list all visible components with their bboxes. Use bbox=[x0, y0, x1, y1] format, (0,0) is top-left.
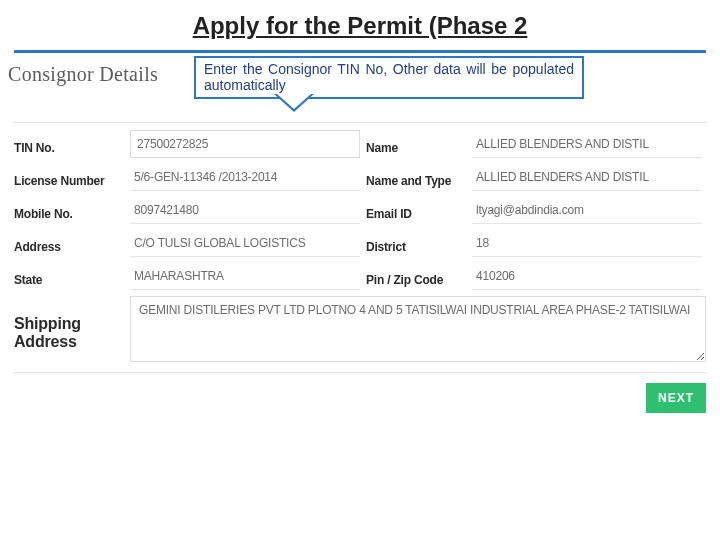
value-district: 18 bbox=[472, 228, 702, 257]
callout-pointer-icon bbox=[274, 94, 314, 112]
label-email: Email ID bbox=[366, 199, 466, 221]
value-license-number: 5/6-GEN-11346 /2013-2014 bbox=[130, 162, 360, 191]
label-shipping-address: Shipping Address bbox=[14, 307, 124, 351]
callout-text: Enter the Consignor TIN No, Other data w… bbox=[194, 56, 584, 99]
label-name-type: Name and Type bbox=[366, 166, 466, 188]
label-district: District bbox=[366, 232, 466, 254]
input-tin-no[interactable]: 27500272825 bbox=[130, 130, 360, 158]
divider bbox=[14, 122, 706, 123]
value-name: ALLIED BLENDERS AND DISTIL bbox=[472, 129, 702, 158]
textarea-shipping-address[interactable]: GEMINI DISTILERIES PVT LTD PLOTNO 4 AND … bbox=[130, 296, 706, 362]
value-mobile: 8097421480 bbox=[130, 195, 360, 224]
label-name: Name bbox=[366, 133, 466, 155]
callout: Enter the Consignor TIN No, Other data w… bbox=[194, 56, 706, 116]
label-address: Address bbox=[14, 232, 124, 254]
next-button[interactable]: NEXT bbox=[646, 383, 706, 413]
value-address: C/O TULSI GLOBAL LOGISTICS bbox=[130, 228, 360, 257]
label-license-number: License Number bbox=[14, 166, 124, 188]
label-mobile: Mobile No. bbox=[14, 199, 124, 221]
value-email: ltyagi@abdindia.com bbox=[472, 195, 702, 224]
value-name-type: ALLIED BLENDERS AND DISTIL bbox=[472, 162, 702, 191]
value-pin: 410206 bbox=[472, 261, 702, 290]
label-state: State bbox=[14, 265, 124, 287]
footer: NEXT bbox=[14, 372, 706, 422]
label-tin-no: TIN No. bbox=[14, 133, 124, 155]
page-title: Apply for the Permit (Phase 2 bbox=[14, 12, 706, 53]
label-pin: Pin / Zip Code bbox=[366, 265, 466, 287]
consignor-form: TIN No. 27500272825 Name ALLIED BLENDERS… bbox=[14, 129, 706, 290]
value-state: MAHARASHTRA bbox=[130, 261, 360, 290]
